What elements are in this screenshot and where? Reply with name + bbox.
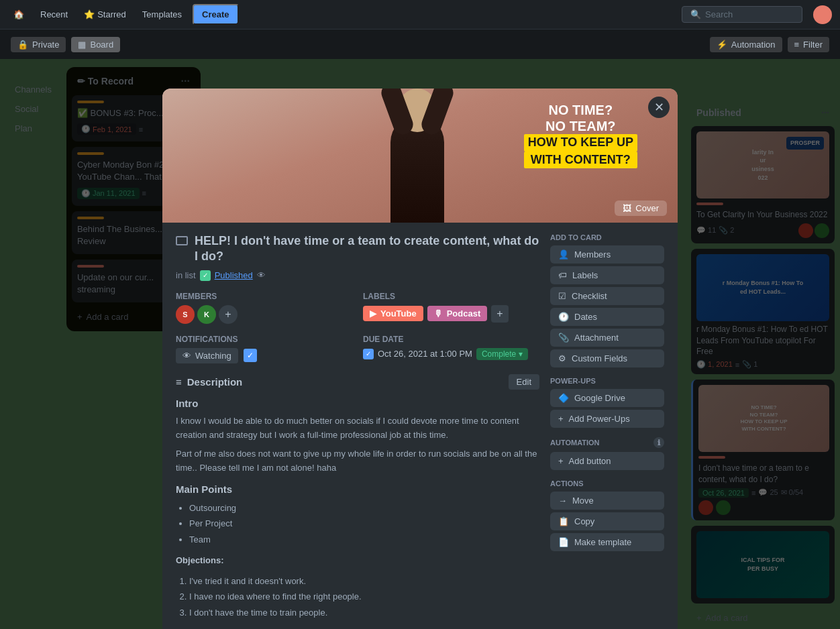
search-placeholder: Search <box>705 9 733 19</box>
avatar[interactable]: S <box>176 305 195 324</box>
cover-text: NO TIME? NO TEAM? HOW TO KEEP UP WITH CO… <box>524 102 637 168</box>
card-detail-modal: NO TIME? NO TEAM? HOW TO KEEP UP WITH CO… <box>162 89 678 629</box>
google-drive-button[interactable]: 🔷 Google Drive <box>550 389 664 407</box>
objections-list: I've tried it and it doesn't work. I hav… <box>189 573 539 620</box>
podcast-icon: 🎙 <box>434 308 443 319</box>
due-date-field: Due date ✓ Oct 26, 2021 at 1:00 PM Compl… <box>363 335 539 363</box>
nav-recent[interactable]: Recent <box>35 7 73 22</box>
labels-button[interactable]: 🏷 Labels <box>550 266 664 284</box>
field-grid: Members S K + Labels ▶ <box>176 292 539 324</box>
filter-button[interactable]: ≡ Filter <box>788 37 829 52</box>
modal-main-content: HELP! I don't have time or a team to cre… <box>176 233 539 629</box>
cover-button[interactable]: 🖼 Cover <box>615 201 667 216</box>
search-icon: 🔍 <box>690 9 701 19</box>
due-date-check[interactable]: ✓ <box>363 349 374 359</box>
move-button[interactable]: → Move <box>550 492 664 510</box>
board-view-button[interactable]: ▦ Board <box>71 37 120 52</box>
intro-text-2: Part of me also does not want to give up… <box>176 447 539 475</box>
members-row: S K + <box>176 305 352 324</box>
actions-title: Actions <box>550 479 664 488</box>
labels-label: Labels <box>363 292 539 301</box>
search-bar[interactable]: 🔍 Search <box>682 6 802 23</box>
list-link[interactable]: Published <box>215 270 253 280</box>
paperclip-icon: 📎 <box>558 333 569 343</box>
edit-button[interactable]: Edit <box>509 374 539 390</box>
list-item: I've tried it and it doesn't work. <box>189 573 539 589</box>
list-item: I have no idea where to find the right p… <box>189 589 539 604</box>
list-item: Outsourcing <box>189 500 539 516</box>
image-icon: 🖼 <box>623 203 631 213</box>
notifications-duedate-grid: Notifications 👁 Watching ✓ Due date <box>176 335 539 363</box>
add-power-ups-button[interactable]: + Add Power-Ups <box>550 410 664 428</box>
nav-templates[interactable]: Templates <box>137 7 187 22</box>
automation-section-title: Automation ℹ <box>550 437 664 448</box>
main-points-title: Main Points <box>176 483 539 495</box>
modal-card-title: HELP! I don't have time or a team to cre… <box>176 233 539 265</box>
filter-icon: ≡ <box>794 40 800 50</box>
add-button-button[interactable]: + Add button <box>550 452 664 470</box>
custom-fields-button[interactable]: ⚙ Custom Fields <box>550 349 664 367</box>
description-header: ≡ Description Edit <box>176 374 539 390</box>
checklist-button[interactable]: ☑ Checklist <box>550 287 664 305</box>
list-item: I don't have the time to train people. <box>189 605 539 620</box>
description-title: ≡ Description <box>176 376 242 388</box>
youtube-icon: ▶ <box>370 308 376 319</box>
make-template-button[interactable]: 📄 Make template <box>550 533 664 551</box>
modal-sidebar: Add to card 👤 Members 🏷 Labels ☑ Checkli… <box>550 233 664 629</box>
copy-button[interactable]: 📋 Copy <box>550 512 664 530</box>
avatar[interactable]: K <box>197 305 216 324</box>
main-points-list: Outsourcing Per Project Team <box>189 500 539 547</box>
podcast-label[interactable]: 🎙 Podcast <box>427 306 488 321</box>
nav-home[interactable]: 🏠 <box>8 7 30 22</box>
automation-button[interactable]: ⚡ Automation <box>710 37 782 52</box>
in-list-info: in list ✓ Published 👁 <box>176 270 539 281</box>
nav-starred[interactable]: ⭐ Starred <box>78 7 132 22</box>
private-button[interactable]: 🔒 Private <box>11 37 66 52</box>
watch-icon: 👁 <box>257 270 266 280</box>
user-avatar[interactable] <box>813 5 832 24</box>
list-item: Per Project <box>189 516 539 531</box>
lock-icon: 🔒 <box>17 40 28 50</box>
arrow-right-icon: → <box>558 496 567 506</box>
due-date-value: Oct 26, 2021 at 1:00 PM <box>378 349 472 359</box>
modal-cover: NO TIME? NO TEAM? HOW TO KEEP UP WITH CO… <box>162 89 678 223</box>
watching-button[interactable]: 👁 Watching <box>176 348 238 363</box>
complete-badge[interactable]: Complete ▾ <box>476 348 528 360</box>
notifications-row: 👁 Watching ✓ <box>176 348 352 363</box>
tag-icon: 🏷 <box>558 270 567 280</box>
chevron-down-icon: ▾ <box>519 349 523 359</box>
template-icon: 📄 <box>558 537 569 547</box>
board-icon: ▦ <box>78 40 86 50</box>
attachment-button[interactable]: 📎 Attachment <box>550 329 664 347</box>
due-date-label: Due date <box>363 335 539 344</box>
drive-icon: 🔷 <box>558 393 569 403</box>
members-field: Members S K + <box>176 292 352 324</box>
gear-icon: ⚙ <box>558 353 566 363</box>
youtube-label[interactable]: ▶ YouTube <box>363 306 423 321</box>
notifications-field: Notifications 👁 Watching ✓ <box>176 335 352 363</box>
close-button[interactable]: ✕ <box>648 97 670 118</box>
modal-body: HELP! I don't have time or a team to cre… <box>162 223 678 629</box>
eye-icon: 👁 <box>182 351 191 361</box>
labels-field: Labels ▶ YouTube 🎙 Podcast + <box>363 292 539 324</box>
description-icon: ≡ <box>176 376 182 388</box>
power-ups-title: Power-Ups <box>550 377 664 385</box>
notifications-label: Notifications <box>176 335 352 344</box>
board-toolbar: 🔒 Private ▦ Board ⚡ Automation ≡ Filter <box>0 30 840 59</box>
add-label-button[interactable]: + <box>491 305 508 323</box>
checklist-icon: ☑ <box>558 291 566 301</box>
create-button[interactable]: Create <box>193 4 238 25</box>
members-label: Members <box>176 292 352 301</box>
members-button[interactable]: 👤 Members <box>550 245 664 264</box>
add-to-card-title: Add to card <box>550 233 664 241</box>
card-type-icon <box>176 236 188 245</box>
watching-check[interactable]: ✓ <box>244 349 257 362</box>
add-member-button[interactable]: + <box>219 305 238 324</box>
modal-overlay: NO TIME? NO TEAM? HOW TO KEEP UP WITH CO… <box>0 59 840 629</box>
info-icon[interactable]: ℹ <box>653 437 664 448</box>
list-check-icon: ✓ <box>200 270 211 281</box>
board-area: Channels Social Plan ✏ To Record ··· ✅ B… <box>0 59 840 629</box>
list-item: Team <box>189 532 539 547</box>
dates-button[interactable]: 🕐 Dates <box>550 308 664 326</box>
automation-icon: ⚡ <box>717 40 727 50</box>
